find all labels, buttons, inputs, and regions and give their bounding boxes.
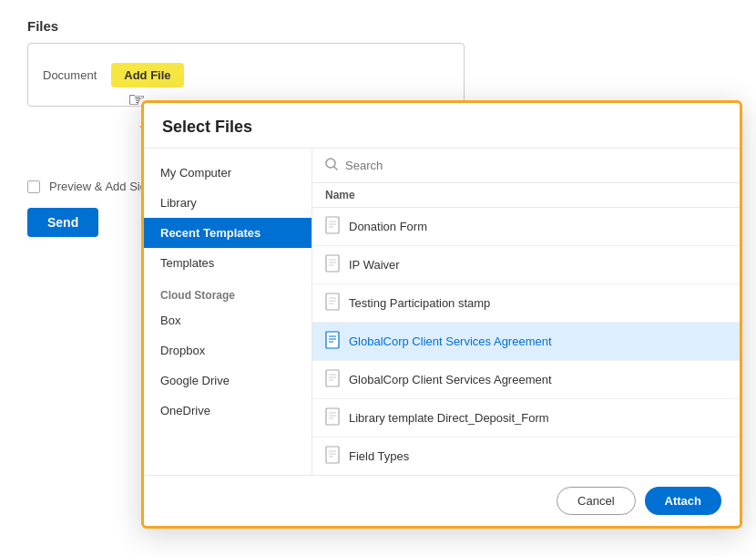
svg-rect-2: [326, 217, 339, 233]
file-row[interactable]: Testing Participation stamp: [312, 284, 740, 323]
add-file-button[interactable]: Add File: [111, 63, 183, 88]
select-files-dialog: Select Files My Computer Library Recent …: [141, 100, 742, 529]
sidebar-item-box[interactable]: Box: [144, 305, 312, 335]
svg-rect-10: [326, 293, 339, 310]
file-name: Library template Direct_Deposit_Form: [349, 411, 549, 425]
file-name: Donation Form: [349, 220, 427, 233]
file-name: GlobalCorp Client Services Agreement: [349, 373, 552, 386]
file-name: Testing Participation stamp: [349, 296, 490, 310]
sidebar-item-library[interactable]: Library: [144, 188, 312, 218]
sidebar-item-onedrive[interactable]: OneDrive: [144, 396, 312, 426]
file-row[interactable]: GlobalCorp Client Services Agreement: [312, 323, 740, 361]
sidebar-item-my-computer[interactable]: My Computer: [144, 158, 312, 188]
file-icon: [325, 254, 340, 275]
svg-rect-6: [326, 255, 339, 272]
attach-button[interactable]: Attach: [645, 487, 721, 515]
sidebar-item-google-drive[interactable]: Google Drive: [144, 366, 312, 396]
send-button[interactable]: Send: [27, 208, 98, 237]
dialog-footer: Cancel Attach: [144, 475, 740, 526]
search-icon: [325, 158, 338, 173]
dialog-title: Select Files: [144, 103, 740, 149]
search-bar: [312, 149, 740, 183]
file-icon: [325, 293, 340, 314]
file-name: GlobalCorp Client Services Agreement: [349, 335, 552, 348]
file-icon: [325, 446, 340, 467]
svg-rect-26: [326, 447, 339, 463]
file-row[interactable]: IP Waiver: [312, 246, 740, 284]
svg-rect-18: [326, 370, 339, 386]
dialog-body: My Computer Library Recent Templates Tem…: [144, 149, 740, 475]
file-icon: [325, 216, 340, 237]
file-name: Field Types: [349, 449, 409, 463]
document-label: Document: [43, 68, 97, 82]
search-input[interactable]: [345, 159, 727, 172]
svg-rect-22: [326, 408, 339, 425]
sidebar: My Computer Library Recent Templates Tem…: [144, 149, 312, 475]
file-list: Donation Form IP Waiver Testing Particip…: [312, 208, 740, 475]
file-row[interactable]: Field Types: [312, 438, 740, 475]
file-icon: [325, 407, 340, 428]
sidebar-item-recent-templates[interactable]: Recent Templates: [144, 218, 312, 248]
files-section-label: Files: [27, 18, 729, 34]
sidebar-item-templates[interactable]: Templates: [144, 248, 312, 278]
cloud-storage-label: Cloud Storage: [144, 278, 312, 305]
files-area: Document Add File ☞ ↓: [27, 43, 465, 107]
file-icon: [325, 331, 340, 352]
file-row[interactable]: Donation Form: [312, 208, 740, 246]
cancel-button[interactable]: Cancel: [557, 487, 635, 515]
file-row[interactable]: GlobalCorp Client Services Agreement: [312, 361, 740, 399]
preview-checkbox[interactable]: [27, 180, 40, 193]
main-content: Name Donation Form IP Waiver Testing Par…: [312, 149, 740, 475]
file-row[interactable]: Library template Direct_Deposit_Form: [312, 399, 740, 438]
file-icon: [325, 369, 340, 390]
svg-rect-14: [326, 332, 339, 348]
name-column-header: Name: [312, 183, 740, 208]
svg-line-1: [334, 167, 337, 170]
sidebar-item-dropbox[interactable]: Dropbox: [144, 335, 312, 366]
file-name: IP Waiver: [349, 258, 400, 272]
